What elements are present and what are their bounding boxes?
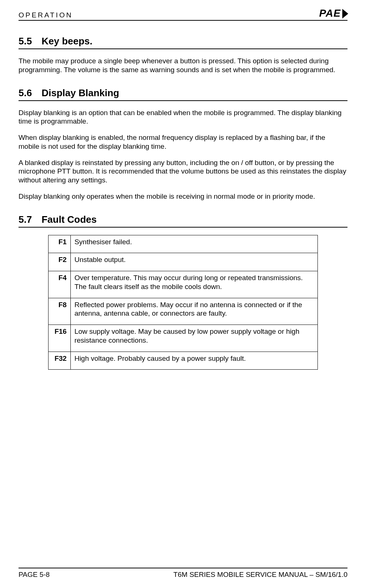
section-title: Key beeps. (41, 36, 92, 47)
fault-code: F16 (48, 325, 70, 352)
fault-code: F2 (48, 253, 70, 271)
fault-description: Low supply voltage. May be caused by low… (70, 325, 317, 352)
fault-code: F8 (48, 298, 70, 325)
table-row: F8 Reflected power problems. May occur i… (48, 298, 317, 325)
fault-description: Synthesiser failed. (70, 235, 317, 253)
fault-codes-table: F1 Synthesiser failed. F2 Unstable outpu… (48, 235, 318, 370)
table-row: F16 Low supply voltage. May be caused by… (48, 325, 317, 352)
paragraph: The mobile may produce a single beep whe… (19, 57, 347, 74)
header-title: OPERATION (19, 11, 73, 19)
fault-code: F1 (48, 235, 70, 253)
fault-description: Over temperature. This may occur during … (70, 271, 317, 298)
fault-description: Unstable output. (70, 253, 317, 271)
fault-description: Reflected power problems. May occur if n… (70, 298, 317, 325)
section-heading-5-5: 5.5 Key beeps. (19, 36, 347, 49)
fault-description: High voltage. Probably caused by a power… (70, 352, 317, 370)
table-row: F2 Unstable output. (48, 253, 317, 271)
paragraph: Display blanking is an option that can b… (19, 108, 347, 126)
paragraph: When display blanking is enabled, the no… (19, 133, 347, 151)
table-row: F32 High voltage. Probably caused by a p… (48, 352, 317, 370)
section-number: 5.5 (19, 36, 39, 47)
page-header: OPERATION PAE (19, 7, 347, 21)
section-title: Fault Codes (41, 214, 97, 225)
section-heading-5-7: 5.7 Fault Codes (19, 214, 347, 228)
page-number: PAGE 5-8 (19, 571, 50, 579)
table-row: F1 Synthesiser failed. (48, 235, 317, 253)
table-row: F4 Over temperature. This may occur duri… (48, 271, 317, 298)
paragraph: Display blanking only operates when the … (19, 192, 347, 201)
section-number: 5.6 (19, 87, 39, 99)
paragraph: A blanked display is reinstated by press… (19, 158, 347, 185)
fault-code: F32 (48, 352, 70, 370)
brand-logo: PAE (319, 7, 348, 19)
fault-code: F4 (48, 271, 70, 298)
document-id: T6M SERIES MOBILE SERVICE MANUAL – SM/16… (173, 571, 347, 579)
section-number: 5.7 (19, 214, 39, 225)
section-heading-5-6: 5.6 Display Blanking (19, 87, 347, 101)
page-footer: PAGE 5-8 T6M SERIES MOBILE SERVICE MANUA… (19, 568, 347, 579)
section-title: Display Blanking (41, 87, 119, 98)
